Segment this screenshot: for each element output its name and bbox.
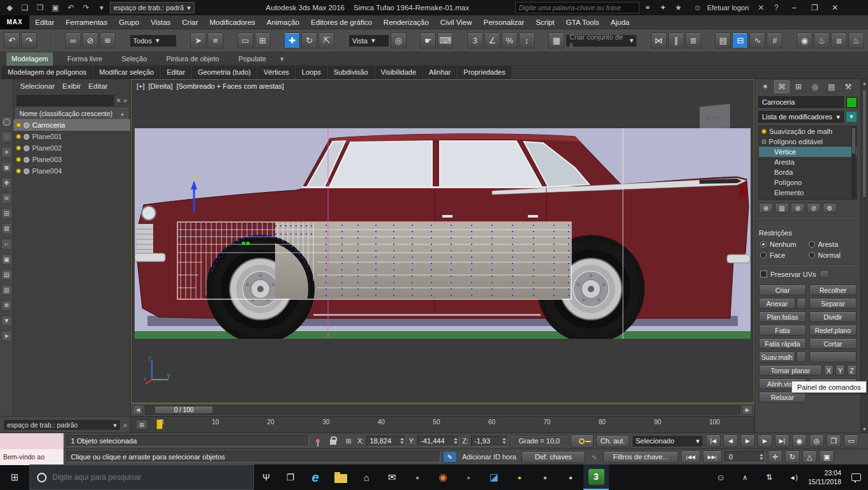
timeline-tick[interactable]: 20 — [267, 419, 274, 426]
viewport-menu-view[interactable]: [Direita] — [149, 82, 173, 90]
app-icon-1[interactable]: ▪ — [405, 464, 430, 490]
viewport-menu-shading[interactable]: [Sombreado + Faces com arestas] — [176, 82, 283, 90]
stack-item-editable-poly[interactable]: ⊟ Polígono editável — [759, 137, 857, 147]
next-key-button[interactable]: ▶▶| — [703, 450, 722, 463]
mail-icon[interactable]: ✉ — [379, 464, 405, 490]
list-item-plane001[interactable]: Plane001 — [13, 131, 130, 142]
timeline-tick[interactable]: 70 — [543, 419, 550, 426]
ribbon-propriedades-button[interactable]: Propriedades — [458, 66, 511, 78]
expander-icon[interactable]: ⊟ — [761, 138, 767, 145]
pick-filter-icon[interactable]: ➤ — [1, 330, 12, 341]
workspace-selector[interactable]: espaço de trab.: padrã ▾ — [110, 2, 195, 13]
communication-center-icon[interactable]: ✦ — [656, 1, 670, 14]
explorer-menu-editar[interactable]: Editar — [86, 79, 110, 93]
radio-face[interactable]: Face — [760, 251, 807, 259]
stack-subitem-aresta[interactable]: Aresta — [759, 157, 857, 167]
ribbon-editar-button[interactable]: Editar — [161, 66, 191, 78]
set-keys-button[interactable]: Def. chaves — [521, 451, 585, 463]
explorer-search-input[interactable] — [17, 95, 114, 106]
zoom-all-icon[interactable]: ◎ — [809, 434, 824, 447]
suav-malh-button[interactable]: Suav.malh — [759, 352, 795, 362]
go-to-end-button[interactable]: ▶| — [775, 434, 789, 447]
explorer-menu-exibir[interactable]: Exibir — [60, 79, 84, 93]
spinner-icon[interactable] — [502, 438, 506, 444]
menu-ferramentas[interactable]: Ferramentas — [60, 15, 113, 29]
undo-icon[interactable]: ↶ — [64, 1, 78, 14]
ribbon-modelagem-de-poligonos-button[interactable]: Modelagem de polígonos — [2, 66, 93, 78]
display-lights-icon[interactable]: ☀ — [1, 147, 12, 158]
timeline-tick[interactable]: 30 — [322, 419, 329, 426]
display-materials-icon[interactable]: ▤ — [1, 269, 12, 280]
filter-combinations-icon[interactable]: ▼ — [1, 315, 12, 326]
display-cameras-icon[interactable]: ◙ — [1, 162, 12, 173]
time-slider-right-icon[interactable]: ▶ — [742, 405, 752, 415]
redo-button[interactable]: ↷ — [21, 33, 37, 48]
x-coordinate-field[interactable]: 18,824 — [366, 436, 406, 447]
maxscript-listener-pink[interactable] — [0, 433, 64, 449]
stack-subitem-poligono[interactable]: Polígono — [759, 177, 857, 188]
go-to-start-button[interactable]: |◀ — [706, 434, 721, 447]
save-file-icon[interactable]: ▣ — [49, 1, 63, 14]
current-frame-field[interactable]: 0 — [724, 451, 765, 463]
visibility-bulb-icon[interactable] — [16, 157, 21, 162]
anexar-list-button[interactable] — [797, 298, 806, 309]
object-color-swatch[interactable] — [846, 97, 857, 108]
new-file-icon[interactable]: ❏ — [18, 1, 32, 14]
menu-editores-de-grafico[interactable]: Editores de gráfico — [305, 15, 378, 29]
use-pivot-center-icon[interactable]: ◎ — [391, 33, 407, 48]
fatia-button[interactable]: Fatia — [759, 325, 806, 336]
redo-icon[interactable]: ↷ — [79, 1, 93, 14]
ribbon-toggle-icon[interactable]: ▤ — [715, 33, 731, 48]
display-hidden-icon[interactable]: ▥ — [1, 285, 12, 295]
modifier-list-arrow-button[interactable]: ▼ — [846, 111, 857, 122]
visibility-bulb-icon[interactable] — [16, 145, 21, 151]
material-editor-icon[interactable]: ◉ — [797, 33, 812, 48]
display-xrefs-icon[interactable]: ⊠ — [1, 223, 12, 234]
display-spacewarps-icon[interactable]: ≋ — [1, 193, 12, 204]
unlink-selection-icon[interactable]: ⊘ — [82, 33, 98, 48]
motion-tab-icon[interactable]: ◎ — [807, 80, 823, 93]
edge-icon[interactable]: e — [303, 464, 328, 490]
tab-selecao[interactable]: Seleção — [117, 52, 153, 66]
ribbon-modificar-selecao-button[interactable]: Modificar seleção — [94, 66, 160, 78]
timeline-tick[interactable]: 50 — [433, 419, 440, 426]
viewport-canvas[interactable]: [+] [Direita] [Sombreado + Faces com are… — [131, 79, 754, 403]
stack-scrollbar[interactable] — [851, 127, 856, 198]
window-crossing-icon[interactable]: ⊞ — [255, 33, 271, 48]
preserve-uvs-settings-button[interactable] — [819, 270, 829, 278]
radio-nenhum[interactable]: Nenhum — [760, 241, 807, 248]
spinner-icon[interactable] — [760, 454, 763, 460]
spinner-icon[interactable] — [454, 438, 458, 444]
stack-subitem-elemento[interactable]: Elemento — [759, 188, 857, 198]
start-button[interactable]: ⊞ — [0, 464, 29, 490]
explorer-menu-selecionar[interactable]: Selecionar — [17, 79, 57, 93]
snaps-toggle-icon[interactable]: 3 — [467, 33, 483, 48]
select-and-link-icon[interactable]: ∞ — [65, 33, 81, 48]
ribbon-config-icon[interactable]: ▾ — [280, 55, 284, 63]
ribbon-subdivisao-button[interactable]: Subdivisão — [328, 66, 374, 78]
schematic-view-icon[interactable]: # — [767, 33, 782, 48]
display-helpers-icon[interactable]: ✚ — [1, 177, 12, 188]
auto-key-button[interactable]: Ch. aut. — [596, 435, 629, 447]
plan-fatias-button[interactable]: Plan.fatias — [759, 311, 806, 322]
hierarchy-tab-icon[interactable]: ⊞ — [791, 80, 806, 93]
selected-mode-dropdown[interactable]: Selecionado ▾ — [632, 435, 703, 447]
select-object-icon[interactable]: ➤ — [190, 33, 206, 48]
app-icon-5[interactable]: ▪ — [507, 464, 532, 490]
angle-snap-icon[interactable]: ∠ — [484, 33, 500, 48]
previous-key-button[interactable]: |◀◀ — [681, 450, 700, 463]
render-production-icon[interactable]: ♨ — [848, 33, 864, 48]
field-of-view-icon[interactable]: △ — [802, 450, 817, 463]
recolher-button[interactable]: Recolher — [809, 285, 857, 295]
infocenter-search-input[interactable] — [519, 4, 636, 11]
maximize-viewport-icon[interactable]: ▣ — [819, 450, 834, 463]
display-bones-icon[interactable]: ⌐ — [1, 239, 12, 249]
3ds-max-taskbar-icon[interactable]: 3 — [583, 464, 609, 490]
tab-forma-livre[interactable]: Forma livre — [62, 52, 107, 66]
timeline-tick[interactable]: 100 — [709, 419, 720, 426]
pin-stack-icon[interactable]: ⊕ — [759, 203, 773, 213]
keyboard-shortcut-override-icon[interactable]: ⌨ — [437, 33, 453, 48]
planar-z-button[interactable]: Z — [847, 365, 857, 376]
z-coordinate-field[interactable]: -1,93 — [471, 436, 508, 447]
app-logo-icon[interactable]: ◆ — [3, 1, 17, 14]
